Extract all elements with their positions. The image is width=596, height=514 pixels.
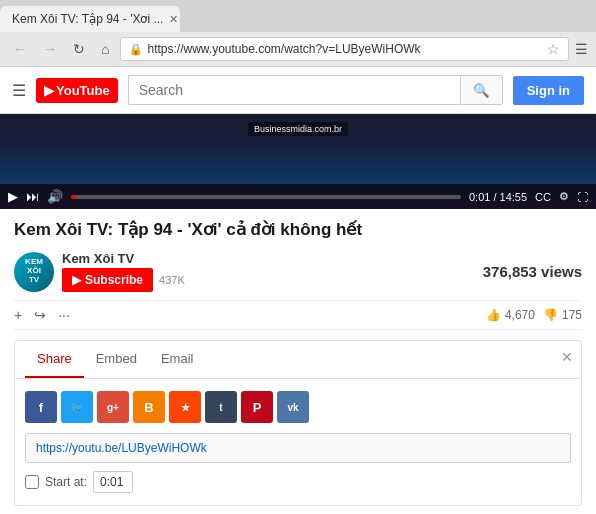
current-time: 0:01: [469, 191, 490, 203]
blogger-icon[interactable]: B: [133, 391, 165, 423]
youtube-logo[interactable]: ▶ YouTube: [36, 78, 118, 103]
share-action-button[interactable]: ↪: [34, 307, 46, 323]
youtube-play-icon: ▶: [44, 83, 54, 98]
action-buttons-right: 👍 4,670 👎 175: [486, 308, 582, 322]
tab-bar: Kem Xôi TV: Tập 94 - 'Xơi ... ✕: [0, 0, 596, 32]
subscribe-play-icon: ▶: [72, 273, 81, 287]
channel-tag: Businessmidia.com.br: [248, 122, 348, 136]
channel-row: KEMXÔITV Kem Xôi TV ▶ Subscribe 437K 376…: [14, 251, 582, 292]
dislike-count: 175: [562, 308, 582, 322]
tab-close-button[interactable]: ✕: [169, 13, 178, 26]
action-row: + ↪ ··· 👍 4,670 👎 175: [14, 300, 582, 330]
settings-button[interactable]: ⚙: [559, 190, 569, 203]
like-button[interactable]: 👍 4,670: [486, 308, 535, 322]
progress-bar[interactable]: [71, 195, 461, 199]
search-button[interactable]: 🔍: [460, 75, 503, 105]
thumbs-down-icon: 👎: [543, 308, 558, 322]
channel-avatar[interactable]: KEMXÔITV: [14, 252, 54, 292]
share-tabs: Share Embed Email: [15, 341, 581, 379]
start-at-checkbox[interactable]: [25, 475, 39, 489]
like-count: 4,670: [505, 308, 535, 322]
address-text: https://www.youtube.com/watch?v=LUByeWiH…: [147, 42, 539, 56]
menu-icon[interactable]: ☰: [575, 41, 588, 57]
home-button[interactable]: ⌂: [96, 39, 114, 59]
share-body: f 🐦 g+ B ★ t P vk https://youtu.be/LUBye…: [15, 379, 581, 505]
channel-left: KEMXÔITV Kem Xôi TV ▶ Subscribe 437K: [14, 251, 185, 292]
active-tab[interactable]: Kem Xôi TV: Tập 94 - 'Xơi ... ✕: [0, 6, 180, 32]
tab-share[interactable]: Share: [25, 341, 84, 378]
view-count: 376,853 views: [483, 263, 582, 280]
address-bar: ← → ↻ ⌂ 🔒 https://www.youtube.com/watch?…: [0, 32, 596, 66]
youtube-header: ☰ ▶ YouTube 🔍 Sign in: [0, 67, 596, 114]
time-display: 0:01 / 14:55: [469, 191, 527, 203]
channel-info: Kem Xôi TV ▶ Subscribe 437K: [62, 251, 185, 292]
next-button[interactable]: ⏭: [26, 189, 39, 204]
start-at-row: Start at:: [25, 471, 571, 493]
tab-embed[interactable]: Embed: [84, 341, 149, 378]
youtube-logo-text: YouTube: [56, 83, 110, 98]
more-button[interactable]: ···: [58, 307, 70, 323]
main-content: Kem Xôi TV: Tập 94 - 'Xơi' cả đời không …: [0, 209, 596, 514]
volume-button[interactable]: 🔊: [47, 189, 63, 204]
dislike-button[interactable]: 👎 175: [543, 308, 582, 322]
fullscreen-button[interactable]: ⛶: [577, 191, 588, 203]
share-panel: Share Embed Email ✕ f 🐦 g+ B ★ t P vk ht…: [14, 340, 582, 506]
share-url-display[interactable]: https://youtu.be/LUByeWiHOWk: [25, 433, 571, 463]
play-button[interactable]: ▶: [8, 189, 18, 204]
subscribe-button[interactable]: ▶ Subscribe: [62, 268, 153, 292]
hamburger-menu-icon[interactable]: ☰: [12, 81, 26, 100]
bookmark-icon[interactable]: ☆: [547, 41, 560, 57]
search-bar: 🔍: [128, 75, 503, 105]
subscribe-label: Subscribe: [85, 273, 143, 287]
player-controls: ▶ ⏭ 🔊 0:01 / 14:55 CC ⚙ ⛶: [0, 184, 596, 209]
tab-email[interactable]: Email: [149, 341, 206, 378]
reload-button[interactable]: ↻: [68, 39, 90, 59]
tumblr-icon[interactable]: t: [205, 391, 237, 423]
tab-title: Kem Xôi TV: Tập 94 - 'Xơi ...: [12, 12, 163, 26]
action-buttons-left: + ↪ ···: [14, 307, 70, 323]
facebook-icon[interactable]: f: [25, 391, 57, 423]
subscriber-count: 437K: [159, 274, 185, 286]
search-input[interactable]: [128, 75, 460, 105]
total-time: 14:55: [500, 191, 528, 203]
sign-in-button[interactable]: Sign in: [513, 76, 584, 105]
forward-button[interactable]: →: [38, 39, 62, 59]
vk-icon[interactable]: vk: [277, 391, 309, 423]
add-to-button[interactable]: +: [14, 307, 22, 323]
video-title: Kem Xôi TV: Tập 94 - 'Xơi' cả đời không …: [14, 219, 582, 241]
back-button[interactable]: ←: [8, 39, 32, 59]
pinterest-icon[interactable]: P: [241, 391, 273, 423]
start-time-input[interactable]: [93, 471, 133, 493]
browser-chrome: Kem Xôi TV: Tập 94 - 'Xơi ... ✕ ← → ↻ ⌂ …: [0, 0, 596, 67]
channel-name: Kem Xôi TV: [62, 251, 185, 266]
video-player[interactable]: Businessmidia.com.br ▶ ⏭ 🔊 0:01 / 14:55 …: [0, 114, 596, 209]
cc-button[interactable]: CC: [535, 191, 551, 203]
close-panel-button[interactable]: ✕: [561, 349, 573, 365]
reddit-icon[interactable]: ★: [169, 391, 201, 423]
avatar-text: KEMXÔITV: [25, 258, 43, 284]
start-at-label: Start at:: [45, 475, 87, 489]
address-input-wrap[interactable]: 🔒 https://www.youtube.com/watch?v=LUByeW…: [120, 37, 569, 61]
google-plus-icon[interactable]: g+: [97, 391, 129, 423]
thumbs-up-icon: 👍: [486, 308, 501, 322]
lock-icon: 🔒: [129, 43, 143, 56]
social-icons: f 🐦 g+ B ★ t P vk: [25, 391, 571, 423]
twitter-icon[interactable]: 🐦: [61, 391, 93, 423]
progress-fill: [71, 195, 76, 199]
